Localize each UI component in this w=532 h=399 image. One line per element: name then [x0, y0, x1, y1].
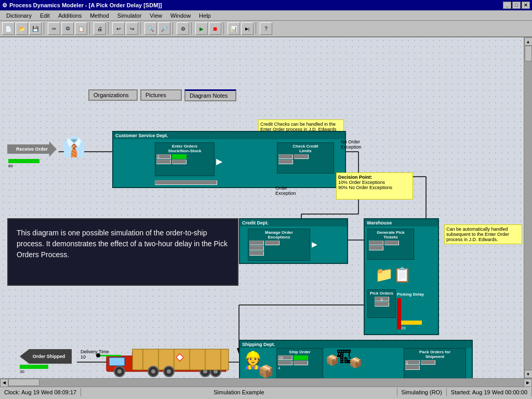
tb-redo[interactable]: ↪: [126, 22, 138, 35]
tb-undo[interactable]: ↩: [112, 22, 125, 35]
connector-lines: [0, 37, 524, 378]
h-scroll-thumb[interactable]: [8, 379, 39, 386]
menu-edit[interactable]: Edit: [36, 11, 54, 20]
cargo2-icon: 📦: [349, 356, 362, 369]
picking-delay-label: Picking Delay: [397, 292, 424, 297]
scroll-right-button[interactable]: ▶: [524, 379, 532, 387]
shipping-dept-box: Shipping Dept. 👷 📦 Ship Order 10 4 📦: [239, 340, 473, 378]
tab-organizations[interactable]: Organizations: [88, 89, 138, 101]
person-icon: 👔: [62, 136, 86, 158]
simulating-status: Simulating (RO): [397, 388, 447, 396]
warehouse-label: Warehouse: [365, 219, 438, 227]
credit-dept-box: Credit Dept. Manage OrderExceptions ▶: [239, 218, 348, 264]
truck-area: ◆: [101, 347, 231, 378]
pick-orders-activity[interactable]: Pick Orders 3: [367, 289, 396, 318]
credit-dept-label: Credit Dept.: [240, 219, 347, 227]
bottom-scrollbar: ◀ ▶: [0, 378, 532, 387]
enter-orders-label: Enter OrdersStock/Non-Stock: [156, 144, 213, 153]
pallet-icon: 📦: [258, 364, 274, 378]
info-box: This diagram is one possible simulation …: [7, 218, 238, 286]
scroll-track[interactable]: [524, 46, 532, 370]
started-status: Started: Aug 19 Wed 00:00:00: [447, 388, 532, 396]
tb-run[interactable]: ▶: [195, 22, 208, 35]
svg-point-48: [151, 369, 155, 374]
toolbar: 📄 📂 💾 ✂ ⧉ 📋 🖨 ↩ ↪ 🔍 🔎 ⚙ ▶ ⏹ 📊 ▶| ?: [0, 21, 532, 37]
menu-simulator[interactable]: Simulator: [113, 11, 145, 20]
h-scroll-track[interactable]: [8, 379, 524, 387]
shipping-dept-label: Shipping Dept.: [240, 341, 472, 348]
tb-cut[interactable]: ✂: [48, 22, 60, 35]
tb-paste[interactable]: 📋: [75, 22, 87, 35]
title-bar: ⚙ Process Dynamics Modeler - [A Pick Ord…: [0, 0, 532, 10]
tb-step[interactable]: ▶|: [241, 22, 254, 35]
tb-stop[interactable]: ⏹: [209, 22, 221, 35]
truck-svg: ◆: [101, 347, 231, 378]
svg-point-34: [117, 369, 122, 374]
order-shipped: Order Shipped 30: [20, 349, 72, 374]
tb-open[interactable]: 📂: [16, 22, 28, 35]
generate-pick-activity[interactable]: Generate PickTickets: [367, 229, 414, 260]
order-shipped-bar: [20, 365, 48, 369]
tb-settings[interactable]: ⚙: [177, 22, 189, 35]
window-title: Process Dynamics Modeler - [A Pick Order…: [9, 2, 162, 8]
tb-save[interactable]: 💾: [29, 22, 42, 35]
decision-box: Decision Point: 10% Order Exceptions 90%…: [336, 172, 413, 200]
tb-zoom-in[interactable]: 🔍: [144, 22, 157, 35]
pack-orders-label: Pack Orders forShipment: [405, 350, 464, 359]
scroll-down-button[interactable]: ▼: [524, 370, 533, 378]
arrow-right-1: ▶: [216, 156, 222, 166]
tb-zoom-out[interactable]: 🔎: [158, 22, 170, 35]
enter-orders-activity[interactable]: Enter OrdersStock/Non-Stock 1: [155, 142, 215, 176]
order-exception-label: OrderException: [275, 185, 296, 196]
manage-order-activity[interactable]: Manage OrderExceptions: [248, 229, 310, 261]
canvas[interactable]: Organizations Pictures Diagram Notes Cre…: [0, 37, 524, 378]
arrow-right-2: ▶: [312, 240, 317, 248]
generate-pick-label: Generate PickTickets: [369, 230, 413, 240]
customer-service-dept: Customer Service Dept. Enter OrdersStock…: [112, 131, 346, 188]
no-order-exception-label: No OrderException: [341, 139, 362, 150]
receive-order: Receive Order 80: [7, 141, 57, 157]
manage-order-label: Manage OrderExceptions: [249, 230, 309, 240]
order-shipped-label: Order Shipped: [33, 354, 65, 359]
folder-icon: 📁: [375, 266, 393, 283]
scroll-thumb[interactable]: [525, 46, 532, 61]
receive-order-bar: [8, 159, 39, 163]
menu-bar: Dictionary Edit Additions Method Simulat…: [0, 10, 532, 21]
menu-view[interactable]: View: [145, 11, 166, 20]
maximize-button[interactable]: □: [512, 2, 521, 9]
tab-diagram-notes[interactable]: Diagram Notes: [184, 89, 236, 101]
customer-service-label: Customer Service Dept.: [113, 132, 345, 139]
simulation-example-label: Simulation Example: [81, 388, 397, 396]
delivery-time-label: Delivery Time 10: [81, 349, 109, 360]
ship-order-label: Ship Order: [278, 350, 322, 354]
menu-dictionary[interactable]: Dictionary: [2, 11, 36, 20]
warehouse-box: Warehouse Generate PickTickets 📁 📋 Pick …: [364, 218, 439, 335]
tab-pictures[interactable]: Pictures: [140, 89, 182, 101]
tb-new[interactable]: 📄: [2, 22, 15, 35]
note-auto: Can be automatically handled subsequent …: [444, 224, 522, 244]
picking-delay-end: [401, 321, 422, 325]
tb-help[interactable]: ?: [260, 22, 272, 35]
menu-method[interactable]: Method: [86, 11, 113, 20]
tb-copy[interactable]: ⧉: [61, 22, 74, 35]
menu-help[interactable]: Help: [195, 11, 215, 20]
status-bar: Clock: Aug 19 Wed 08:09:17 Simulation Ex…: [0, 387, 532, 397]
check-credit-label: Check CreditLimits: [278, 144, 332, 153]
picking-delay-value: 20: [401, 326, 406, 330]
tb-chart[interactable]: 📊: [228, 22, 240, 35]
svg-rect-32: [109, 357, 125, 366]
ship-order-activity[interactable]: Ship Order 10 4: [276, 348, 323, 378]
check-credit-activity[interactable]: Check CreditLimits: [277, 142, 334, 174]
minimize-button[interactable]: _: [503, 2, 511, 9]
menu-additions[interactable]: Additions: [54, 11, 86, 20]
svg-point-50: [167, 369, 171, 374]
delivery-bar: [100, 355, 121, 356]
scroll-up-button[interactable]: ▲: [524, 37, 533, 46]
close-button[interactable]: ✕: [522, 2, 530, 9]
tb-print[interactable]: 🖨: [94, 22, 106, 35]
delivery-dot: [96, 353, 100, 357]
scroll-left-button[interactable]: ◀: [0, 379, 8, 387]
order-shipped-value: 30: [20, 369, 72, 374]
menu-window[interactable]: Window: [166, 11, 195, 20]
pack-orders-activity[interactable]: Pack Orders forShipment 2: [404, 348, 466, 378]
